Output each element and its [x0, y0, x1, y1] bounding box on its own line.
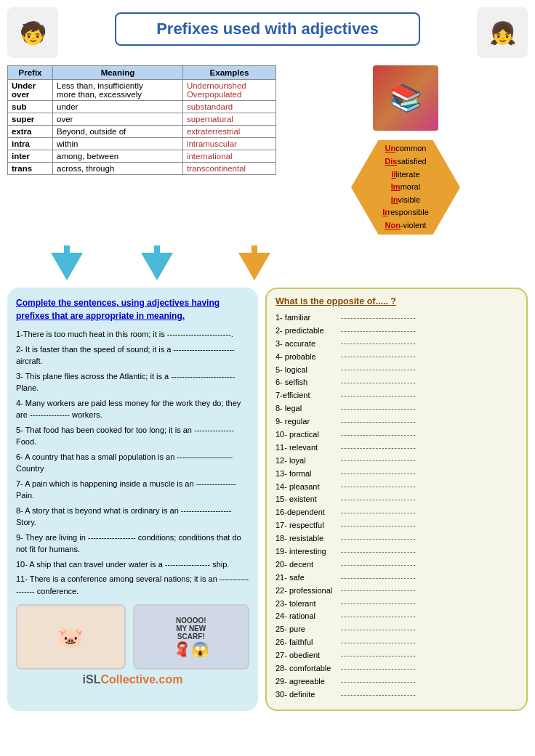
list-item: 2- predictable------------------------: [275, 325, 518, 336]
answer-dashes: ------------------------: [341, 443, 417, 453]
answer-dashes: ------------------------: [341, 351, 417, 362]
col-header-examples: Examples: [182, 66, 275, 80]
answer-dashes: ------------------------: [341, 677, 417, 687]
opposite-word: 12- loyal: [275, 455, 341, 466]
top-section: Prefix Meaning Examples UnderoverLess th…: [7, 65, 528, 238]
list-item: 22- professional------------------------: [275, 585, 518, 596]
answer-dashes: ------------------------: [341, 638, 417, 648]
list-item: 21- safe------------------------: [275, 572, 518, 583]
exercise-item: 9- They are living in ------------------…: [16, 532, 249, 556]
orange-shaft: [252, 245, 257, 253]
opposite-word: 2- predictable: [275, 325, 341, 336]
hexagon-container: UncommonDissatisfiedIlliterateImmoralInv…: [347, 137, 464, 238]
opposite-word: 16-dependent: [275, 507, 341, 518]
prefix-cell: intra: [8, 138, 53, 150]
list-item: 3- accurate------------------------: [275, 338, 518, 349]
cartoon-image-2: NOOOO!MY NEWSCARF! 🧣😱: [133, 604, 250, 670]
opposite-box: What is the opposite of..... ? 1- famili…: [265, 288, 528, 711]
list-item: 6- selfish------------------------: [275, 377, 518, 388]
opposite-word: 4- probable: [275, 351, 341, 362]
bottom-images: 🐷 NOOOO!MY NEWSCARF! 🧣😱: [16, 604, 249, 670]
opposite-word: 28- comfortable: [275, 663, 341, 674]
opposite-word: 6- selfish: [275, 377, 341, 388]
hex-line: Illiterate: [391, 168, 419, 182]
list-item: 30- definite------------------------: [275, 689, 518, 700]
hex-line: Non-violent: [385, 219, 427, 232]
answer-dashes: ------------------------: [341, 378, 417, 388]
student-icon: 🧒: [7, 7, 58, 58]
answer-dashes: ------------------------: [341, 534, 417, 544]
arrow-right: [141, 245, 173, 280]
opposite-word: 17- respectful: [275, 520, 341, 531]
answer-dashes: ------------------------: [341, 417, 417, 427]
hex-prefix: Il: [391, 170, 395, 179]
top-right-panel: 📚 UncommonDissatisfiedIlliterateImmoralI…: [283, 65, 528, 238]
opposite-word: 11- relevant: [275, 442, 341, 453]
example-cell: international: [182, 150, 275, 163]
hex-prefix: In: [391, 195, 398, 204]
list-item: 5- logical------------------------: [275, 365, 518, 375]
col-header-prefix: Prefix: [8, 66, 53, 80]
header-row: 🧒 Prefixes used with adjectives 👧: [7, 7, 528, 58]
example-cell: extraterrestrial: [182, 126, 275, 138]
hex-prefix: Dis: [385, 157, 397, 166]
opposite-word: 27- obedient: [275, 650, 341, 661]
opposite-word: 10- practical: [275, 429, 341, 440]
exercise-item: 3- This plane flies across the Atlantic;…: [16, 370, 249, 394]
meaning-cell: among, between: [53, 150, 183, 163]
answer-dashes: ------------------------: [341, 651, 417, 661]
orange-arrow-container: [238, 245, 270, 280]
prefix-cell: super: [8, 113, 53, 126]
meaning-cell: over: [53, 113, 183, 126]
answer-dashes: ------------------------: [341, 468, 417, 479]
meaning-cell: within: [53, 138, 183, 150]
list-item: 10- practical------------------------: [275, 429, 518, 440]
arrow-left: [51, 245, 83, 280]
list-item: 25- pure------------------------: [275, 624, 518, 635]
list-item: 28- comfortable------------------------: [275, 663, 518, 674]
page-title: Prefixes used with adjectives: [115, 12, 420, 46]
answer-dashes: ------------------------: [341, 313, 417, 323]
prefix-table: Prefix Meaning Examples UnderoverLess th…: [7, 65, 276, 175]
prefix-cell: Underover: [8, 80, 53, 101]
meaning-cell: under: [53, 101, 183, 113]
answer-dashes: ------------------------: [341, 481, 417, 492]
opposite-word: 23- tolerant: [275, 598, 341, 609]
table-row: interamong, betweeninternational: [8, 150, 276, 163]
opposite-word: 21- safe: [275, 572, 341, 583]
bottom-section: Complete the sentences, using adjectives…: [7, 288, 528, 711]
list-item: 9- regular------------------------: [275, 416, 518, 427]
opposite-word: 9- regular: [275, 416, 341, 427]
exercise-item: 10- A ship that can travel under water i…: [16, 558, 249, 571]
opposite-word: 3- accurate: [275, 338, 341, 349]
exercise-item: 1-There is too much heat in this room; i…: [16, 328, 249, 341]
answer-dashes: ------------------------: [341, 690, 417, 700]
opposite-word: 18- resistable: [275, 533, 341, 544]
opposite-word: 29- agreeable: [275, 676, 341, 687]
orange-arrow: [238, 245, 270, 280]
meaning-cell: Beyond, outside of: [53, 126, 183, 138]
answer-dashes: ------------------------: [341, 326, 417, 336]
example-cell: supernatural: [182, 113, 275, 126]
example-cell: intramuscular: [182, 138, 275, 150]
arrows-container: [51, 245, 173, 280]
list-item: 20- decent------------------------: [275, 559, 518, 570]
opposite-word: 13- formal: [275, 468, 341, 479]
hex-line: Invisible: [391, 194, 420, 207]
list-item: 4- probable------------------------: [275, 351, 518, 362]
opposite-word: 24- rational: [275, 611, 341, 622]
hex-prefix: Ir: [382, 208, 387, 216]
hex-prefix: Im: [391, 182, 401, 191]
answer-dashes: ------------------------: [341, 625, 417, 635]
hexagon: UncommonDissatisfiedIlliterateImmoralInv…: [351, 140, 460, 235]
list-item: 7-efficient------------------------: [275, 390, 518, 401]
hex-line: Dissatisfied: [385, 155, 426, 168]
exercise-item: 2- It is faster than the speed of sound;…: [16, 344, 249, 367]
list-item: 15- existent------------------------: [275, 494, 518, 505]
table-row: subundersubstandard: [8, 101, 276, 113]
col-header-meaning: Meaning: [53, 66, 183, 80]
arrow-down-left: [51, 253, 83, 280]
answer-dashes: ------------------------: [341, 391, 417, 401]
exercise-items: 1-There is too much heat in this room; i…: [16, 328, 249, 597]
table-row: UnderoverLess than, insufficientlymore t…: [8, 80, 276, 101]
